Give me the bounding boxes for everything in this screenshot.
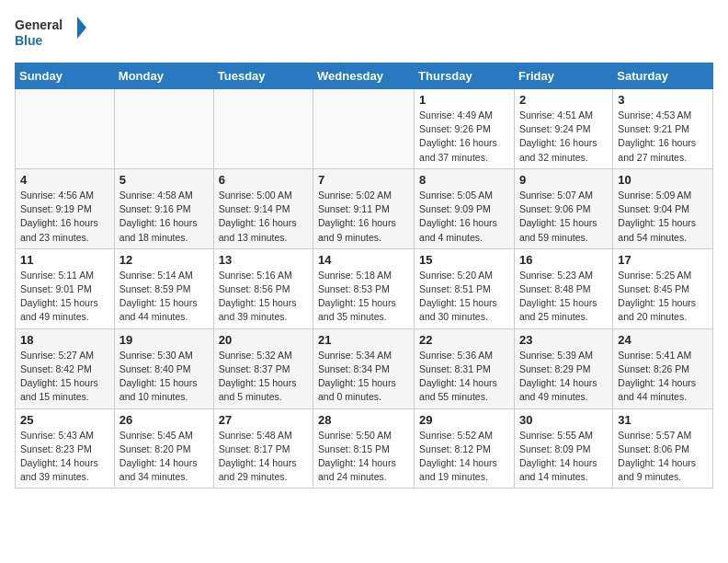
day-info: Sunrise: 4:51 AM Sunset: 9:24 PM Dayligh… [519,109,608,165]
day-info: Sunrise: 5:34 AM Sunset: 8:34 PM Dayligh… [318,349,409,405]
day-info: Sunrise: 4:58 AM Sunset: 9:16 PM Dayligh… [119,189,209,245]
day-number: 6 [219,173,308,187]
day-number: 31 [618,413,708,427]
weekday-header-thursday: Thursday [415,63,515,89]
calendar-cell: 8Sunrise: 5:05 AM Sunset: 9:09 PM Daylig… [415,168,515,248]
day-info: Sunrise: 5:43 AM Sunset: 8:23 PM Dayligh… [20,429,109,485]
calendar-cell: 20Sunrise: 5:32 AM Sunset: 8:37 PM Dayli… [213,328,313,408]
calendar-cell: 26Sunrise: 5:45 AM Sunset: 8:20 PM Dayli… [114,408,213,488]
calendar-cell: 29Sunrise: 5:52 AM Sunset: 8:12 PM Dayli… [415,408,515,488]
calendar-cell: 14Sunrise: 5:18 AM Sunset: 8:53 PM Dayli… [313,248,415,328]
day-info: Sunrise: 5:02 AM Sunset: 9:11 PM Dayligh… [318,189,409,245]
day-number: 14 [318,253,409,267]
calendar-cell: 22Sunrise: 5:36 AM Sunset: 8:31 PM Dayli… [415,328,515,408]
day-info: Sunrise: 5:45 AM Sunset: 8:20 PM Dayligh… [119,429,209,485]
day-info: Sunrise: 5:36 AM Sunset: 8:31 PM Dayligh… [419,349,509,405]
day-info: Sunrise: 5:14 AM Sunset: 8:59 PM Dayligh… [119,269,209,325]
calendar-cell: 1Sunrise: 4:49 AM Sunset: 9:26 PM Daylig… [415,89,515,169]
day-info: Sunrise: 5:11 AM Sunset: 9:01 PM Dayligh… [20,269,109,325]
day-number: 15 [419,253,509,267]
day-info: Sunrise: 5:57 AM Sunset: 8:06 PM Dayligh… [618,429,708,485]
week-row-2: 4Sunrise: 4:56 AM Sunset: 9:19 PM Daylig… [16,168,713,248]
calendar-cell: 9Sunrise: 5:07 AM Sunset: 9:06 PM Daylig… [514,168,612,248]
day-info: Sunrise: 5:00 AM Sunset: 9:14 PM Dayligh… [219,189,308,245]
week-row-4: 18Sunrise: 5:27 AM Sunset: 8:42 PM Dayli… [16,328,713,408]
day-number: 27 [219,413,308,427]
calendar-cell: 19Sunrise: 5:30 AM Sunset: 8:40 PM Dayli… [114,328,213,408]
day-info: Sunrise: 5:52 AM Sunset: 8:12 PM Dayligh… [419,429,509,485]
day-number: 23 [519,333,608,347]
calendar-cell: 23Sunrise: 5:39 AM Sunset: 8:29 PM Dayli… [514,328,612,408]
day-info: Sunrise: 5:09 AM Sunset: 9:04 PM Dayligh… [618,189,708,245]
day-number: 2 [519,93,608,107]
day-info: Sunrise: 4:49 AM Sunset: 9:26 PM Dayligh… [419,109,509,165]
calendar-table: SundayMondayTuesdayWednesdayThursdayFrid… [15,63,713,488]
svg-text:Blue: Blue [15,33,43,48]
day-info: Sunrise: 5:41 AM Sunset: 8:26 PM Dayligh… [618,349,708,405]
calendar-cell: 25Sunrise: 5:43 AM Sunset: 8:23 PM Dayli… [16,408,115,488]
day-number: 3 [618,93,708,107]
day-info: Sunrise: 5:20 AM Sunset: 8:51 PM Dayligh… [419,269,509,325]
day-info: Sunrise: 5:18 AM Sunset: 8:53 PM Dayligh… [318,269,409,325]
day-info: Sunrise: 5:39 AM Sunset: 8:29 PM Dayligh… [519,349,608,405]
calendar-cell: 15Sunrise: 5:20 AM Sunset: 8:51 PM Dayli… [415,248,515,328]
day-number: 17 [618,253,708,267]
calendar-cell: 7Sunrise: 5:02 AM Sunset: 9:11 PM Daylig… [313,168,415,248]
calendar-cell: 10Sunrise: 5:09 AM Sunset: 9:04 PM Dayli… [613,168,713,248]
day-info: Sunrise: 5:48 AM Sunset: 8:17 PM Dayligh… [219,429,308,485]
calendar-cell: 24Sunrise: 5:41 AM Sunset: 8:26 PM Dayli… [613,328,713,408]
calendar-cell: 6Sunrise: 5:00 AM Sunset: 9:14 PM Daylig… [213,168,313,248]
calendar-cell: 30Sunrise: 5:55 AM Sunset: 8:09 PM Dayli… [514,408,612,488]
weekday-header-row: SundayMondayTuesdayWednesdayThursdayFrid… [16,63,713,89]
week-row-1: 1Sunrise: 4:49 AM Sunset: 9:26 PM Daylig… [16,89,713,169]
day-number: 25 [20,413,109,427]
day-number: 19 [119,333,209,347]
weekday-header-monday: Monday [114,63,213,89]
day-info: Sunrise: 4:56 AM Sunset: 9:19 PM Dayligh… [20,189,109,245]
calendar-cell: 4Sunrise: 4:56 AM Sunset: 9:19 PM Daylig… [16,168,115,248]
calendar-cell [313,89,415,169]
week-row-5: 25Sunrise: 5:43 AM Sunset: 8:23 PM Dayli… [16,408,713,488]
day-number: 26 [119,413,209,427]
weekday-header-friday: Friday [514,63,612,89]
calendar-cell: 21Sunrise: 5:34 AM Sunset: 8:34 PM Dayli… [313,328,415,408]
day-info: Sunrise: 5:50 AM Sunset: 8:15 PM Dayligh… [318,429,409,485]
day-number: 1 [419,93,509,107]
day-number: 28 [318,413,409,427]
day-number: 18 [20,333,109,347]
day-number: 5 [119,173,209,187]
weekday-header-tuesday: Tuesday [213,63,313,89]
day-info: Sunrise: 5:32 AM Sunset: 8:37 PM Dayligh… [219,349,308,405]
day-number: 13 [219,253,308,267]
calendar-cell: 17Sunrise: 5:25 AM Sunset: 8:45 PM Dayli… [613,248,713,328]
day-number: 4 [20,173,109,187]
calendar-cell: 2Sunrise: 4:51 AM Sunset: 9:24 PM Daylig… [514,89,612,169]
day-number: 22 [419,333,509,347]
calendar-cell: 18Sunrise: 5:27 AM Sunset: 8:42 PM Dayli… [16,328,115,408]
day-info: Sunrise: 5:27 AM Sunset: 8:42 PM Dayligh… [20,349,109,405]
calendar-cell: 16Sunrise: 5:23 AM Sunset: 8:48 PM Dayli… [514,248,612,328]
day-info: Sunrise: 5:55 AM Sunset: 8:09 PM Dayligh… [519,429,608,485]
day-info: Sunrise: 5:25 AM Sunset: 8:45 PM Dayligh… [618,269,708,325]
day-info: Sunrise: 5:16 AM Sunset: 8:56 PM Dayligh… [219,269,308,325]
day-number: 12 [119,253,209,267]
calendar-cell: 3Sunrise: 4:53 AM Sunset: 9:21 PM Daylig… [613,89,713,169]
day-number: 20 [219,333,308,347]
logo: General Blue [15,15,88,52]
calendar-cell: 11Sunrise: 5:11 AM Sunset: 9:01 PM Dayli… [16,248,115,328]
day-info: Sunrise: 5:23 AM Sunset: 8:48 PM Dayligh… [519,269,608,325]
day-info: Sunrise: 5:05 AM Sunset: 9:09 PM Dayligh… [419,189,509,245]
calendar-cell: 12Sunrise: 5:14 AM Sunset: 8:59 PM Dayli… [114,248,213,328]
calendar-cell: 13Sunrise: 5:16 AM Sunset: 8:56 PM Dayli… [213,248,313,328]
calendar-cell: 27Sunrise: 5:48 AM Sunset: 8:17 PM Dayli… [213,408,313,488]
calendar-cell [213,89,313,169]
day-info: Sunrise: 5:07 AM Sunset: 9:06 PM Dayligh… [519,189,608,245]
day-number: 8 [419,173,509,187]
calendar-cell: 31Sunrise: 5:57 AM Sunset: 8:06 PM Dayli… [613,408,713,488]
weekday-header-sunday: Sunday [16,63,115,89]
week-row-3: 11Sunrise: 5:11 AM Sunset: 9:01 PM Dayli… [16,248,713,328]
svg-marker-2 [77,17,86,39]
calendar-cell [114,89,213,169]
calendar-cell: 5Sunrise: 4:58 AM Sunset: 9:16 PM Daylig… [114,168,213,248]
day-number: 24 [618,333,708,347]
